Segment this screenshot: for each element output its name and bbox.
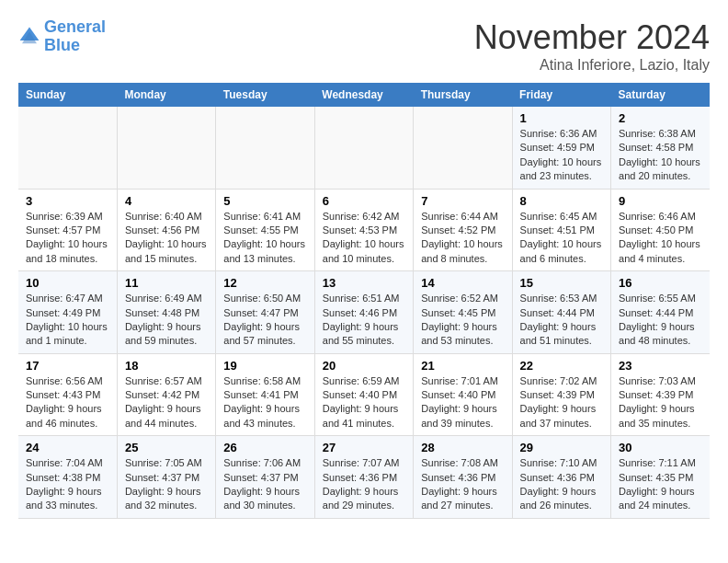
day-info: Sunrise: 7:06 AMSunset: 4:37 PMDaylight:… [223,456,306,513]
page-header: General Blue November 2024 Atina Inferio… [18,18,710,74]
calendar-week-row: 3Sunrise: 6:39 AMSunset: 4:57 PMDaylight… [18,189,710,271]
table-row: 24Sunrise: 7:04 AMSunset: 4:38 PMDayligh… [18,436,117,519]
day-info: Sunrise: 7:11 AMSunset: 4:35 PMDaylight:… [619,456,702,513]
table-row [117,107,215,189]
calendar-week-row: 24Sunrise: 7:04 AMSunset: 4:38 PMDayligh… [18,436,710,519]
header-saturday: Saturday [611,83,710,107]
day-number: 5 [223,194,306,208]
table-row: 29Sunrise: 7:10 AMSunset: 4:36 PMDayligh… [512,436,610,519]
day-number: 10 [26,276,109,290]
location-title: Atina Inferiore, Lazio, Italy [474,57,710,74]
table-row [414,107,512,189]
day-info: Sunrise: 7:02 AMSunset: 4:39 PMDaylight:… [520,374,603,431]
day-number: 20 [323,359,405,373]
day-info: Sunrise: 6:53 AMSunset: 4:44 PMDaylight:… [520,292,603,349]
day-info: Sunrise: 6:36 AMSunset: 4:59 PMDaylight:… [520,127,603,184]
table-row: 10Sunrise: 6:47 AMSunset: 4:49 PMDayligh… [18,271,117,354]
table-row: 3Sunrise: 6:39 AMSunset: 4:57 PMDaylight… [18,189,117,271]
day-number: 29 [520,441,603,454]
day-info: Sunrise: 6:44 AMSunset: 4:52 PMDaylight:… [421,210,504,267]
logo-icon [18,26,40,48]
day-number: 18 [125,359,208,373]
header-sunday: Sunday [18,83,117,107]
table-row: 6Sunrise: 6:42 AMSunset: 4:53 PMDaylight… [314,189,413,271]
day-number: 15 [520,276,603,290]
calendar-week-row: 1Sunrise: 6:36 AMSunset: 4:59 PMDaylight… [18,107,710,189]
day-info: Sunrise: 7:01 AMSunset: 4:40 PMDaylight:… [421,374,504,431]
day-number: 2 [619,111,702,125]
table-row: 15Sunrise: 6:53 AMSunset: 4:44 PMDayligh… [512,271,610,354]
table-row: 12Sunrise: 6:50 AMSunset: 4:47 PMDayligh… [216,271,314,354]
day-info: Sunrise: 6:59 AMSunset: 4:40 PMDaylight:… [323,374,405,431]
day-info: Sunrise: 6:42 AMSunset: 4:53 PMDaylight:… [323,210,405,267]
table-row: 18Sunrise: 6:57 AMSunset: 4:42 PMDayligh… [117,353,215,436]
day-info: Sunrise: 7:07 AMSunset: 4:36 PMDaylight:… [323,456,405,513]
table-row: 26Sunrise: 7:06 AMSunset: 4:37 PMDayligh… [216,436,314,519]
table-row: 20Sunrise: 6:59 AMSunset: 4:40 PMDayligh… [314,353,413,436]
table-row [216,107,314,189]
day-info: Sunrise: 6:45 AMSunset: 4:51 PMDaylight:… [520,210,603,267]
day-info: Sunrise: 6:58 AMSunset: 4:41 PMDaylight:… [223,374,306,431]
day-info: Sunrise: 7:10 AMSunset: 4:36 PMDaylight:… [520,456,603,513]
header-thursday: Thursday [414,83,512,107]
header-tuesday: Tuesday [216,83,314,107]
table-row: 8Sunrise: 6:45 AMSunset: 4:51 PMDaylight… [512,189,610,271]
day-number: 16 [619,276,702,290]
day-info: Sunrise: 6:51 AMSunset: 4:46 PMDaylight:… [323,292,405,349]
table-row: 19Sunrise: 6:58 AMSunset: 4:41 PMDayligh… [216,353,314,436]
table-row: 28Sunrise: 7:08 AMSunset: 4:36 PMDayligh… [414,436,512,519]
calendar-table: Sunday Monday Tuesday Wednesday Thursday… [18,83,710,519]
day-number: 25 [125,441,208,454]
day-number: 1 [520,111,603,125]
table-row: 1Sunrise: 6:36 AMSunset: 4:59 PMDaylight… [512,107,610,189]
month-title: November 2024 [474,18,710,57]
day-number: 28 [421,441,504,454]
day-number: 3 [26,194,109,208]
day-number: 24 [26,441,109,454]
day-info: Sunrise: 6:41 AMSunset: 4:55 PMDaylight:… [223,210,306,267]
day-number: 27 [323,441,405,454]
day-info: Sunrise: 6:49 AMSunset: 4:48 PMDaylight:… [125,292,208,349]
day-info: Sunrise: 6:52 AMSunset: 4:45 PMDaylight:… [421,292,504,349]
table-row: 11Sunrise: 6:49 AMSunset: 4:48 PMDayligh… [117,271,215,354]
logo: General Blue [18,18,106,55]
day-number: 23 [619,359,702,373]
day-info: Sunrise: 6:57 AMSunset: 4:42 PMDaylight:… [125,374,208,431]
day-info: Sunrise: 6:55 AMSunset: 4:44 PMDaylight:… [619,292,702,349]
calendar-week-row: 17Sunrise: 6:56 AMSunset: 4:43 PMDayligh… [18,353,710,436]
table-row: 13Sunrise: 6:51 AMSunset: 4:46 PMDayligh… [314,271,413,354]
table-row: 30Sunrise: 7:11 AMSunset: 4:35 PMDayligh… [611,436,710,519]
calendar-week-row: 10Sunrise: 6:47 AMSunset: 4:49 PMDayligh… [18,271,710,354]
day-info: Sunrise: 6:47 AMSunset: 4:49 PMDaylight:… [26,292,109,349]
weekday-header-row: Sunday Monday Tuesday Wednesday Thursday… [18,83,710,107]
table-row: 27Sunrise: 7:07 AMSunset: 4:36 PMDayligh… [314,436,413,519]
table-row: 14Sunrise: 6:52 AMSunset: 4:45 PMDayligh… [414,271,512,354]
day-number: 4 [125,194,208,208]
day-number: 26 [223,441,306,454]
day-info: Sunrise: 6:40 AMSunset: 4:56 PMDaylight:… [125,210,208,267]
header-wednesday: Wednesday [314,83,413,107]
day-number: 7 [421,194,504,208]
table-row: 16Sunrise: 6:55 AMSunset: 4:44 PMDayligh… [611,271,710,354]
logo-text-line2: Blue [44,37,106,55]
day-info: Sunrise: 6:50 AMSunset: 4:47 PMDaylight:… [223,292,306,349]
logo-text-line1: General [44,18,106,37]
day-number: 8 [520,194,603,208]
day-info: Sunrise: 7:03 AMSunset: 4:39 PMDaylight:… [619,374,702,431]
title-section: November 2024 Atina Inferiore, Lazio, It… [474,18,710,74]
day-number: 6 [323,194,405,208]
table-row: 23Sunrise: 7:03 AMSunset: 4:39 PMDayligh… [611,353,710,436]
day-number: 11 [125,276,208,290]
day-info: Sunrise: 6:46 AMSunset: 4:50 PMDaylight:… [619,210,702,267]
day-info: Sunrise: 7:05 AMSunset: 4:37 PMDaylight:… [125,456,208,513]
table-row: 22Sunrise: 7:02 AMSunset: 4:39 PMDayligh… [512,353,610,436]
day-info: Sunrise: 6:56 AMSunset: 4:43 PMDaylight:… [26,374,109,431]
day-number: 22 [520,359,603,373]
table-row: 7Sunrise: 6:44 AMSunset: 4:52 PMDaylight… [414,189,512,271]
header-friday: Friday [512,83,610,107]
day-number: 21 [421,359,504,373]
table-row: 4Sunrise: 6:40 AMSunset: 4:56 PMDaylight… [117,189,215,271]
day-number: 19 [223,359,306,373]
day-number: 9 [619,194,702,208]
table-row: 21Sunrise: 7:01 AMSunset: 4:40 PMDayligh… [414,353,512,436]
